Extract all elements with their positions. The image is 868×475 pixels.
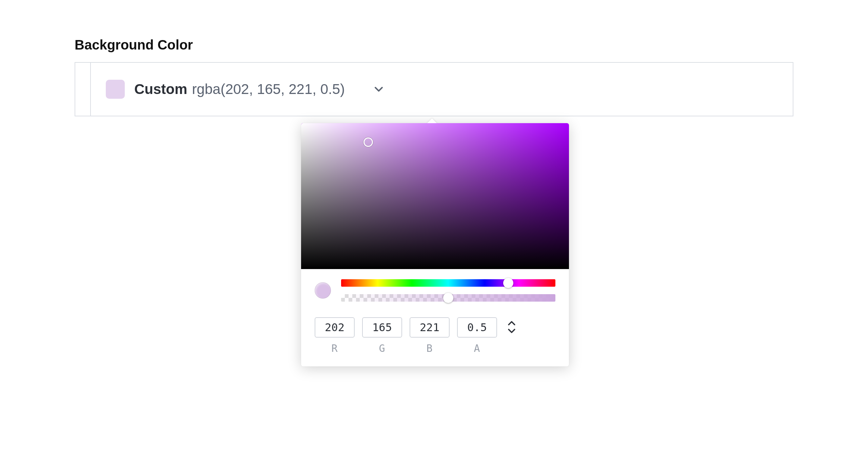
channel-a-input[interactable] (457, 317, 497, 338)
chevron-down-icon (507, 327, 517, 335)
field-adjunct-stub (75, 62, 90, 116)
background-color-field: Custom rgba(202, 165, 221, 0.5) (75, 62, 793, 116)
channel-b-col: B (410, 317, 450, 354)
chevron-up-icon (507, 319, 517, 327)
channel-a-label: A (474, 342, 480, 354)
hue-slider[interactable] (341, 279, 555, 287)
field-label: Background Color (75, 37, 793, 53)
background-color-select[interactable]: Custom rgba(202, 165, 221, 0.5) (90, 62, 793, 116)
alpha-slider-thumb[interactable] (443, 293, 453, 303)
picker-controls: R G B A (301, 269, 569, 366)
color-preview-circle (315, 282, 331, 299)
channel-g-label: G (379, 342, 385, 354)
chevron-down-icon (372, 82, 386, 96)
saturation-black-gradient (301, 123, 569, 269)
sliders (341, 279, 555, 302)
channel-inputs-row: R G B A (315, 317, 555, 354)
channel-b-input[interactable] (410, 317, 450, 338)
saturation-area[interactable] (301, 123, 569, 269)
sliders-row (315, 279, 555, 302)
channel-r-label: R (331, 342, 338, 354)
channel-a-col: A (457, 317, 497, 354)
alpha-slider[interactable] (341, 294, 555, 302)
hue-slider-thumb[interactable] (503, 278, 513, 288)
select-text: Custom rgba(202, 165, 221, 0.5) (134, 81, 345, 97)
channel-r-col: R (315, 317, 355, 354)
color-swatch (106, 80, 125, 99)
channel-b-label: B (426, 342, 433, 354)
color-picker-popover: R G B A (301, 123, 569, 366)
channel-g-col: G (362, 317, 402, 354)
channel-g-input[interactable] (362, 317, 402, 338)
saturation-cursor[interactable] (363, 137, 373, 147)
channel-r-input[interactable] (315, 317, 355, 338)
select-chevron[interactable] (372, 82, 386, 96)
select-mode-label: Custom (134, 81, 187, 97)
select-value-text: rgba(202, 165, 221, 0.5) (192, 81, 345, 97)
color-mode-toggle[interactable] (507, 317, 517, 335)
